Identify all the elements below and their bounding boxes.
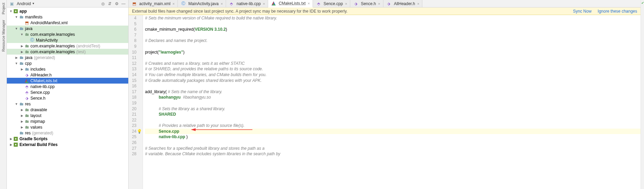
expand-arrow[interactable]: ▶	[9, 143, 13, 146]
code-line[interactable]	[145, 100, 641, 106]
code-line[interactable]: native-lib.cpp )	[145, 134, 641, 140]
editor-tab[interactable]: CMakeLists.txt×	[268, 0, 313, 8]
tree-node[interactable]: ▶External Build Files	[7, 142, 128, 147]
tree-node[interactable]: ▶🖿drawable	[7, 107, 128, 113]
code-line[interactable]	[145, 21, 641, 27]
expand-arrow[interactable]: ▼	[14, 62, 18, 65]
expand-arrow[interactable]: ▶	[9, 137, 13, 141]
tree-node[interactable]: ▼🖿cpp	[7, 60, 128, 66]
code-line[interactable]: # Provides a relative path to your sourc…	[145, 123, 641, 129]
view-mode-dropdown[interactable]: Android ▼	[17, 1, 35, 6]
line-number: 6	[129, 27, 136, 32]
expand-arrow[interactable]: ▶	[20, 44, 24, 48]
tree-node[interactable]: ⬒AndroidManifest.xml	[7, 20, 128, 26]
code-line[interactable]: Sence.cpp	[145, 129, 641, 134]
close-icon[interactable]: ×	[378, 2, 380, 6]
tree-node[interactable]: ▶🖿values	[7, 124, 128, 130]
close-icon[interactable]: ×	[308, 1, 310, 5]
tree-node[interactable]: ▼app	[7, 8, 128, 14]
editor-tab[interactable]: ⬗AllHeader.h×	[383, 0, 422, 7]
code-line[interactable]	[145, 55, 641, 61]
expand-arrow[interactable]: ▶	[20, 108, 24, 112]
intention-bulb-icon[interactable]: 💡	[137, 129, 142, 134]
line-number: 22	[129, 117, 136, 123]
code-content[interactable]: # Sets the minimum version of CMake requ…	[143, 15, 641, 189]
code-line[interactable]: # or SHARED, and provides the relative p…	[145, 66, 641, 72]
tree-node[interactable]: ▶🖿layout	[7, 113, 128, 118]
close-icon[interactable]: ×	[263, 2, 265, 6]
expand-arrow[interactable]: ▼	[14, 27, 18, 30]
editor-tab[interactable]: ⒸMainActivity.java×	[178, 0, 226, 7]
tree-node[interactable]: ▼🖿manifests	[7, 14, 128, 20]
tree-node[interactable]: ⬗AllHeader.h	[7, 72, 128, 78]
tree-node[interactable]: 🖿res(generated)	[7, 130, 128, 136]
close-icon[interactable]: ×	[417, 2, 419, 6]
expand-arrow[interactable]: ▶	[14, 56, 18, 59]
project-tree[interactable]: ▼app▼🖿manifests⬒AndroidManifest.xml▼🖿jav…	[7, 8, 128, 189]
code-line[interactable]	[145, 117, 641, 123]
tree-node[interactable]: ▶🖿includes	[7, 66, 128, 72]
tree-node[interactable]: ▶🖿com.example.learnogles(androidTest)	[7, 43, 128, 49]
line-number: 5	[129, 21, 136, 27]
editor-tab[interactable]: ⬗Sence.h×	[350, 0, 383, 7]
gear-icon[interactable]: ⚙	[114, 1, 119, 6]
tree-node[interactable]: ▼🖿res	[7, 101, 128, 107]
tree-node[interactable]: ⬗Sence.h	[7, 95, 128, 101]
tree-node[interactable]: ⬘Sence.cpp	[7, 89, 128, 95]
expand-arrow[interactable]: ▶	[20, 120, 24, 123]
tree-node[interactable]: ▶Gradle Scripts	[7, 136, 128, 142]
code-line[interactable]	[145, 32, 641, 38]
tree-node[interactable]: CMakeLists.txt	[7, 78, 128, 84]
code-editor[interactable]: 4567891011121314151617181920212223💡24252…	[129, 15, 641, 189]
tree-node[interactable]: ▼🖿com.example.learnogles	[7, 31, 128, 37]
code-line[interactable]: add_library( # Sets the name of the libr…	[145, 89, 641, 95]
code-line[interactable]: # variable. Because CMake includes syste…	[145, 151, 641, 157]
tree-node[interactable]: ▶🖿java(generated)	[7, 55, 128, 60]
code-line[interactable]: # Declares and names the project.	[145, 38, 641, 44]
tree-node[interactable]: ⬘native-lib.cpp	[7, 84, 128, 89]
editor-tab[interactable]: ⬒activity_main.xml×	[129, 0, 178, 7]
code-line[interactable]: # Sets the library as a shared library.	[145, 106, 641, 112]
code-line[interactable]: cmake_minimum_required(VERSION 3.10.2)	[145, 27, 641, 32]
target-icon[interactable]: ◎	[100, 1, 106, 6]
expand-arrow[interactable]: ▶	[20, 68, 24, 71]
code-line[interactable]: project("learnogles")	[145, 49, 641, 55]
tool-tab-project[interactable]: Project	[1, 3, 5, 14]
tree-label: Gradle Scripts	[19, 136, 48, 141]
hide-icon[interactable]: —	[121, 1, 126, 6]
tool-tab-resource-manager[interactable]: Resource Manager	[1, 20, 5, 52]
expand-arrow[interactable]: ▶	[20, 114, 24, 117]
expand-arrow[interactable]: ▼	[9, 10, 13, 13]
expand-arrow[interactable]: ▼	[14, 102, 18, 106]
tree-node[interactable]: ▶🖿com.example.learnogles(test)	[7, 49, 128, 55]
editor-tab[interactable]: ⬘Sence.cpp×	[313, 0, 350, 7]
code-line[interactable]: baohangyu #baohangyu.so	[145, 94, 641, 100]
code-line[interactable]: # Gradle automatically packages shared l…	[145, 78, 641, 84]
code-line[interactable]: # Creates and names a library, sets it a…	[145, 61, 641, 67]
code-line[interactable]: # Searches for a specified prebuilt libr…	[145, 146, 641, 151]
close-icon[interactable]: ×	[172, 2, 174, 6]
folder-icon: 🖿	[18, 55, 24, 60]
tree-node[interactable]: ▼🖿java	[7, 26, 128, 31]
close-icon[interactable]: ×	[221, 2, 223, 6]
code-line[interactable]: # Sets the minimum version of CMake requ…	[145, 15, 641, 21]
code-line[interactable]: # You can define multiple libraries, and…	[145, 72, 641, 78]
expand-arrow[interactable]: ▶	[20, 50, 24, 54]
editor-tab[interactable]: ⬘native-lib.cpp×	[226, 0, 268, 7]
tab-label: Sence.cpp	[324, 1, 343, 6]
tree-node[interactable]: ⒸMainActivity	[7, 37, 128, 43]
expand-arrow[interactable]: ▼	[14, 15, 18, 19]
code-line[interactable]	[145, 44, 641, 49]
folder-pkg-icon: 🖿	[24, 107, 29, 113]
sync-now-link[interactable]: Sync Now	[573, 9, 592, 14]
code-line[interactable]	[145, 83, 641, 89]
code-line[interactable]: SHARED	[145, 112, 641, 117]
ignore-changes-link[interactable]: Ignore these changes	[598, 9, 637, 14]
expand-arrow[interactable]: ▼	[20, 33, 24, 36]
editor-marker-bar[interactable]: ✔	[641, 0, 644, 189]
code-line[interactable]	[145, 140, 641, 146]
expand-arrow[interactable]: ▶	[20, 126, 24, 129]
tree-node[interactable]: ▶🖿mipmap	[7, 118, 128, 124]
close-icon[interactable]: ×	[345, 2, 347, 6]
filter-icon[interactable]: ⇵	[107, 1, 113, 6]
